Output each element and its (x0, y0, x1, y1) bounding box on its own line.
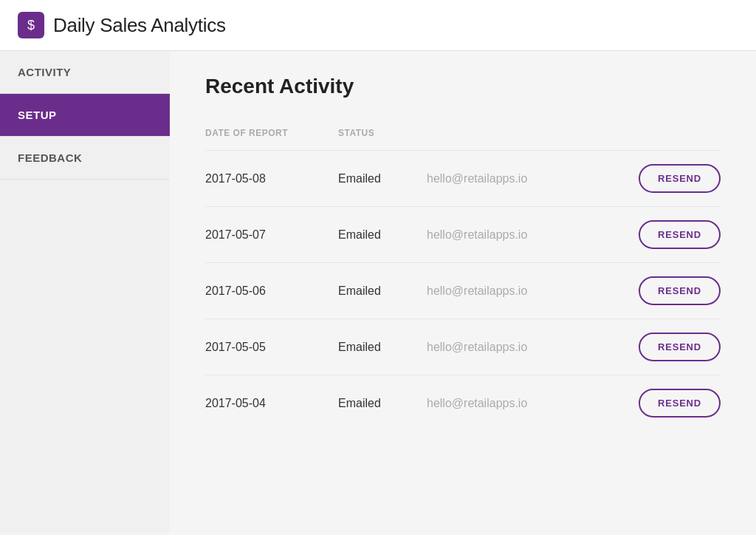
row-email: hello@retailapps.io (427, 397, 617, 410)
main-layout: ACTIVITY SETUP FEEDBACK Recent Activity … (0, 51, 756, 533)
app-icon: $ (18, 12, 44, 38)
table-row: 2017-05-07 Emailed hello@retailapps.io R… (205, 206, 721, 262)
row-date: 2017-05-04 (205, 397, 338, 410)
row-status: Emailed (338, 172, 427, 185)
row-status: Emailed (338, 228, 427, 242)
sidebar-item-setup[interactable]: SETUP (0, 94, 170, 137)
table-row: 2017-05-08 Emailed hello@retailapps.io R… (205, 150, 721, 206)
row-email: hello@retailapps.io (427, 172, 617, 185)
row-status: Emailed (338, 397, 427, 410)
row-action: RESEND (617, 276, 721, 305)
dollar-icon: $ (27, 18, 35, 32)
app-header: $ Daily Sales Analytics (0, 0, 756, 51)
row-status: Emailed (338, 341, 427, 354)
table-rows: 2017-05-08 Emailed hello@retailapps.io R… (205, 150, 721, 431)
sidebar-item-feedback[interactable]: FEEDBACK (0, 137, 170, 180)
row-date: 2017-05-05 (205, 341, 338, 354)
table-header: DATE OF REPORT STATUS (205, 122, 721, 150)
row-action: RESEND (617, 333, 721, 361)
row-action: RESEND (617, 164, 721, 193)
table-row: 2017-05-04 Emailed hello@retailapps.io R… (205, 375, 721, 431)
row-date: 2017-05-06 (205, 284, 338, 298)
row-date: 2017-05-07 (205, 228, 338, 242)
sidebar: ACTIVITY SETUP FEEDBACK (0, 51, 170, 533)
date-column-header: DATE OF REPORT (205, 128, 338, 138)
app-title: Daily Sales Analytics (53, 14, 226, 37)
resend-button[interactable]: RESEND (639, 276, 721, 305)
resend-button[interactable]: RESEND (639, 220, 721, 249)
row-action: RESEND (617, 389, 721, 418)
table-row: 2017-05-06 Emailed hello@retailapps.io R… (205, 262, 721, 318)
resend-button[interactable]: RESEND (639, 389, 721, 418)
resend-button[interactable]: RESEND (639, 333, 721, 361)
row-status: Emailed (338, 284, 427, 298)
row-email: hello@retailapps.io (427, 228, 617, 242)
section-title: Recent Activity (205, 75, 721, 98)
table-row: 2017-05-05 Emailed hello@retailapps.io R… (205, 318, 721, 375)
row-email: hello@retailapps.io (427, 284, 617, 298)
resend-button[interactable]: RESEND (639, 164, 721, 193)
row-email: hello@retailapps.io (427, 341, 617, 354)
row-date: 2017-05-08 (205, 172, 338, 185)
row-action: RESEND (617, 220, 721, 249)
main-content: Recent Activity DATE OF REPORT STATUS 20… (170, 51, 756, 533)
status-column-header: STATUS (338, 128, 427, 138)
sidebar-item-activity[interactable]: ACTIVITY (0, 51, 170, 94)
activity-table: DATE OF REPORT STATUS 2017-05-08 Emailed… (205, 122, 721, 431)
